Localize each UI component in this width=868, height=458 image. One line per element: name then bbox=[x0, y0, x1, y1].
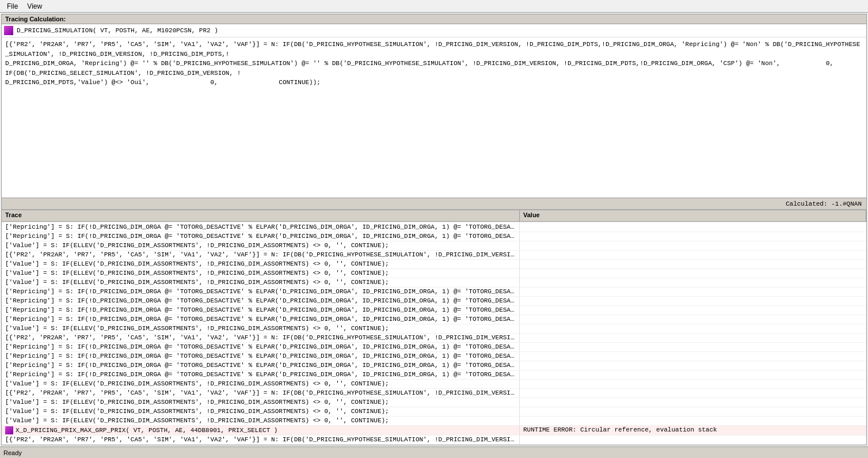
trace-cell: ['Repricing'] = S: IF(!D_PRICING_DIM_ORG… bbox=[2, 352, 520, 361]
trace-row[interactable]: [{'PR2', 'PR2AR', 'PR7', 'PR5', 'CA5', '… bbox=[2, 389, 866, 398]
trace-cell: [{'PR2', 'PR2AR', 'PR7', 'PR5', 'CA5', '… bbox=[2, 436, 520, 444]
trace-cell: ['Repricing'] = S: IF(!D_PRICING_DIM_ORG… bbox=[2, 222, 520, 222]
trace-cell: ['Value'] = S: IF(ELLEV('D_PRICING_DIM_A… bbox=[2, 324, 520, 333]
trace-cell: ['Repricing'] = S: IF(!D_PRICING_DIM_ORG… bbox=[2, 232, 520, 241]
top-panel: Tracing Calculation: D_PRICING_SIMULATIO… bbox=[2, 14, 866, 210]
trace-row[interactable]: ['Value'] = S: IF(ELLEV('D_PRICING_DIM_A… bbox=[2, 398, 866, 407]
value-cell bbox=[520, 315, 866, 324]
value-cell bbox=[520, 417, 866, 425]
trace-row[interactable]: ['Repricing'] = S: IF(!D_PRICING_DIM_ORG… bbox=[2, 287, 866, 297]
trace-cell: ['Repricing'] = S: IF(!D_PRICING_DIM_ORG… bbox=[2, 287, 520, 296]
col-header-value: Value bbox=[520, 210, 866, 221]
value-cell bbox=[520, 352, 866, 361]
value-cell bbox=[520, 407, 866, 416]
trace-cell: ['Value'] = S: IF(ELLEV('D_PRICING_DIM_A… bbox=[2, 278, 520, 287]
trace-body[interactable]: ['Repricing'] = S: IF(!D_PRICING_DIM_ORG… bbox=[2, 222, 866, 445]
trace-row[interactable]: ['Value'] = S: IF(ELLEV('D_PRICING_DIM_A… bbox=[2, 407, 866, 417]
function-name: D_PRICING_SIMULATION( VT, POSTH, AE, M10… bbox=[17, 27, 218, 34]
trace-cell: ['Value'] = S: IF(ELLEV('D_PRICING_DIM_A… bbox=[2, 380, 520, 388]
value-cell bbox=[520, 241, 866, 250]
trace-row[interactable]: ['Repricing'] = S: IF(!D_PRICING_DIM_ORG… bbox=[2, 297, 866, 306]
trace-cell: ['Value'] = S: IF(ELLEV('D_PRICING_DIM_A… bbox=[2, 260, 520, 268]
value-cell bbox=[520, 380, 866, 388]
trace-cell: ['Repricing'] = S: IF(!D_PRICING_DIM_ORG… bbox=[2, 343, 520, 351]
trace-cell: ['Value'] = S: IF(ELLEV('D_PRICING_DIM_A… bbox=[2, 417, 520, 425]
col-header-trace: Trace bbox=[2, 210, 520, 221]
trace-cell: ['Repricing'] = S: IF(!D_PRICING_DIM_ORG… bbox=[2, 306, 520, 315]
trace-cell: ['Value'] = S: IF(ELLEV('D_PRICING_DIM_A… bbox=[2, 398, 520, 407]
value-cell bbox=[520, 232, 866, 241]
value-cell bbox=[520, 436, 866, 444]
tracing-header: Tracing Calculation: bbox=[2, 14, 866, 24]
bottom-panel: Trace Value ['Repricing'] = S: IF(!D_PRI… bbox=[2, 210, 866, 445]
status-bar: Ready bbox=[0, 446, 868, 458]
menu-view[interactable]: View bbox=[22, 1, 47, 12]
status-text: Ready bbox=[3, 449, 22, 456]
menu-file[interactable]: File bbox=[2, 1, 22, 12]
value-cell bbox=[520, 260, 866, 268]
trace-row[interactable]: ['Repricing'] = S: IF(!D_PRICING_DIM_ORG… bbox=[2, 232, 866, 241]
trace-row[interactable]: ['Repricing'] = S: IF(!D_PRICING_DIM_ORG… bbox=[2, 352, 866, 361]
trace-cell: [{'PR2', 'PR2AR', 'PR7', 'PR5', 'CA5', '… bbox=[2, 251, 520, 259]
trace-cell: ['Repricing'] = S: IF(!D_PRICING_DIM_ORG… bbox=[2, 370, 520, 379]
trace-row[interactable]: ['Repricing'] = S: IF(!D_PRICING_DIM_ORG… bbox=[2, 223, 866, 232]
trace-row[interactable]: ['Repricing'] = S: IF(!D_PRICING_DIM_ORG… bbox=[2, 343, 866, 352]
value-cell bbox=[520, 223, 866, 232]
value-cell bbox=[520, 222, 866, 222]
trace-row[interactable]: ['Value'] = S: IF(ELLEV('D_PRICING_DIM_A… bbox=[2, 241, 866, 251]
trace-row[interactable]: ['Value'] = S: IF(ELLEV('D_PRICING_DIM_A… bbox=[2, 417, 866, 426]
calc-label: Calculated: bbox=[786, 200, 828, 207]
trace-header-row: Trace Value bbox=[2, 210, 866, 222]
trace-row[interactable]: ['Value'] = S: IF(ELLEV('D_PRICING_DIM_A… bbox=[2, 260, 866, 269]
function-row: D_PRICING_SIMULATION( VT, POSTH, AE, M10… bbox=[2, 24, 866, 37]
value-cell bbox=[520, 306, 866, 315]
value-cell bbox=[520, 389, 866, 398]
trace-cell: ['Repricing'] = S: IF(!D_PRICING_DIM_ORG… bbox=[2, 223, 520, 232]
trace-cell: ['Value'] = S: IF(ELLEV('D_PRICING_DIM_A… bbox=[2, 241, 520, 250]
trace-row[interactable]: ['Repricing'] = S: IF(!D_PRICING_DIM_ORG… bbox=[2, 370, 866, 380]
value-cell bbox=[520, 334, 866, 342]
trace-row[interactable]: ['Value'] = S: IF(ELLEV('D_PRICING_DIM_A… bbox=[2, 324, 866, 334]
value-cell bbox=[520, 297, 866, 305]
trace-row[interactable]: ['Repricing'] = S: IF(!D_PRICING_DIM_ORG… bbox=[2, 361, 866, 370]
value-cell bbox=[520, 361, 866, 370]
trace-row[interactable]: ['Repricing'] = S: IF(!D_PRICING_DIM_ORG… bbox=[2, 306, 866, 315]
calc-value: -1.#QNAN bbox=[831, 200, 862, 207]
trace-row[interactable]: X_D_PRICING_PRIX_MAX_GRP_PRIX( VT, POSTH… bbox=[2, 426, 866, 436]
value-cell: RUNTIME ERROR: Circular reference, evalu… bbox=[520, 426, 866, 435]
trace-cell: ['Repricing'] = S: IF(!D_PRICING_DIM_ORG… bbox=[2, 361, 520, 370]
value-cell bbox=[520, 287, 866, 296]
trace-row[interactable]: ['Repricing'] = S: IF(!D_PRICING_DIM_ORG… bbox=[2, 315, 866, 324]
trace-cell: [{'PR2', 'PR2AR', 'PR7', 'PR5', 'CA5', '… bbox=[2, 334, 520, 342]
formula-area[interactable]: [{'PR2', 'PR2AR', 'PR7', 'PR5', 'CA5', '… bbox=[2, 37, 866, 198]
value-cell bbox=[520, 278, 866, 287]
trace-row[interactable]: ['Value'] = S: IF(ELLEV('D_PRICING_DIM_A… bbox=[2, 269, 866, 278]
error-icon bbox=[5, 426, 13, 434]
menu-bar: File View bbox=[0, 0, 868, 13]
trace-cell: ['Repricing'] = S: IF(!D_PRICING_DIM_ORG… bbox=[2, 297, 520, 305]
value-cell bbox=[520, 370, 866, 379]
trace-cell: [{'PR2', 'PR2AR', 'PR7', 'PR5', 'CA5', '… bbox=[2, 389, 520, 398]
trace-row[interactable]: ['Value'] = S: IF(ELLEV('D_PRICING_DIM_A… bbox=[2, 380, 866, 389]
trace-row[interactable]: [{'PR2', 'PR2AR', 'PR7', 'PR5', 'CA5', '… bbox=[2, 251, 866, 260]
main-container: Tracing Calculation: D_PRICING_SIMULATIO… bbox=[1, 14, 867, 445]
trace-cell: ['Value'] = S: IF(ELLEV('D_PRICING_DIM_A… bbox=[2, 269, 520, 278]
trace-cell: ['Value'] = S: IF(ELLEV('D_PRICING_DIM_A… bbox=[2, 407, 520, 416]
value-cell bbox=[520, 343, 866, 351]
trace-row[interactable]: [{'PR2', 'PR2AR', 'PR7', 'PR5', 'CA5', '… bbox=[2, 436, 866, 445]
trace-cell: X_D_PRICING_PRIX_MAX_GRP_PRIX( VT, POSTH… bbox=[2, 426, 520, 435]
trace-row[interactable]: [{'PR2', 'PR2AR', 'PR7', 'PR5', 'CA5', '… bbox=[2, 334, 866, 343]
value-cell bbox=[520, 398, 866, 407]
function-icon bbox=[4, 26, 13, 35]
value-cell bbox=[520, 324, 866, 333]
value-cell bbox=[520, 251, 866, 259]
value-cell bbox=[520, 269, 866, 278]
calc-status: Calculated: -1.#QNAN bbox=[2, 198, 866, 209]
trace-cell: ['Repricing'] = S: IF(!D_PRICING_DIM_ORG… bbox=[2, 315, 520, 324]
trace-row[interactable]: ['Value'] = S: IF(ELLEV('D_PRICING_DIM_A… bbox=[2, 278, 866, 287]
